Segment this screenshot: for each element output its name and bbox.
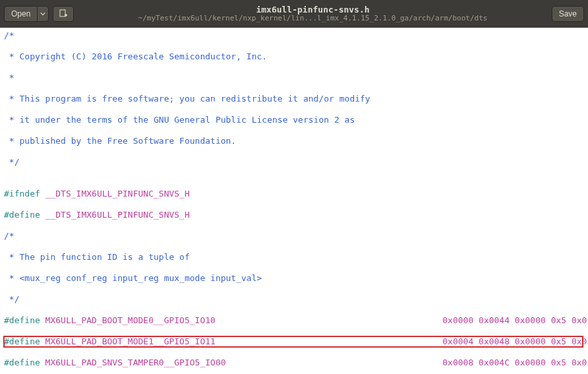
code-line: /* [4, 30, 583, 41]
macro-value: 0x0000 0x0044 0x0000 0x5 0x0 [442, 315, 587, 325]
comment-text: * published by the Free Software Foundat… [4, 136, 236, 146]
chevron-down-icon [40, 11, 45, 16]
code-line: * This program is free software; you can… [4, 94, 583, 104]
comment-close: */ [4, 157, 19, 167]
define-keyword: #define [4, 336, 40, 346]
open-button-group: Open [4, 6, 49, 22]
comment-open: /* [4, 30, 15, 40]
code-line: */ [4, 294, 583, 305]
save-button-label: Save [559, 9, 577, 18]
editor-area[interactable]: /* * Copyright (C) 2016 Freescale Semico… [0, 28, 588, 374]
code-line: * [4, 73, 583, 83]
macro-name: MX6ULL_PAD_BOOT_MODE0__GPIO5_IO10 [40, 315, 442, 325]
comment-close: */ [4, 294, 19, 304]
comment-open: /* [4, 231, 15, 241]
code-line: #define MX6ULL_PAD_BOOT_MODE0__GPIO5_IO1… [4, 315, 583, 326]
open-button[interactable]: Open [4, 6, 37, 22]
code-line: * <mux_reg conf_reg input_reg mux_mode i… [4, 273, 583, 284]
guard-name: __DTS_IMX6ULL_PINFUNC_SNVS_H [40, 210, 190, 220]
code-line: #define __DTS_IMX6ULL_PINFUNC_SNVS_H [4, 210, 583, 220]
header-toolbar: Open imx6ull-pinfunc-snvs.h ~/myTest/imx… [0, 0, 588, 28]
comment-text: * it under the terms of the GNU General … [4, 115, 355, 125]
code-line: * published by the Free Software Foundat… [4, 136, 583, 146]
code-line: #define MX6ULL_PAD_SNVS_TAMPER0__GPIO5_I… [4, 358, 583, 368]
new-tab-button[interactable] [53, 6, 74, 22]
open-button-label: Open [11, 9, 30, 18]
open-menu-button[interactable] [37, 6, 49, 22]
code-line: * Copyright (C) 2016 Freescale Semicondu… [4, 51, 583, 62]
comment-text: * <mux_reg conf_reg input_reg mux_mode i… [4, 273, 262, 283]
macro-value: 0x0004 0x0048 0x0000 0x5 0x0 [442, 336, 587, 346]
code-line: * it under the terms of the GNU General … [4, 115, 583, 125]
title-area: imx6ull-pinfunc-snvs.h ~/myTest/imx6ull/… [74, 5, 551, 22]
macro-name: MX6ULL_PAD_SNVS_TAMPER0__GPIO5_IO00 [40, 358, 442, 367]
save-button[interactable]: Save [552, 6, 584, 22]
define-keyword: #define [4, 210, 40, 220]
comment-text: * [4, 73, 15, 82]
document-path: ~/myTest/imx6ull/kernel/nxp_kernel/lin..… [74, 15, 551, 22]
macro-value: 0x0008 0x004C 0x0000 0x5 0x0 [442, 358, 587, 367]
macro-name: MX6ULL_PAD_BOOT_MODE1__GPIO5_IO11 [40, 336, 442, 346]
comment-text: * This program is free software; you can… [4, 94, 370, 104]
code-line: */ [4, 157, 583, 168]
code-line: * The pin function ID is a tuple of [4, 252, 583, 263]
define-keyword: #define [4, 358, 40, 367]
code-line: #ifndef __DTS_IMX6ULL_PINFUNC_SNVS_H [4, 189, 583, 199]
guard-name: __DTS_IMX6ULL_PINFUNC_SNVS_H [40, 189, 190, 199]
svg-rect-0 [60, 10, 65, 16]
comment-text: * The pin function ID is a tuple of [4, 252, 190, 262]
code-line: #define MX6ULL_PAD_BOOT_MODE1__GPIO5_IO1… [4, 336, 583, 347]
document-title: imx6ull-pinfunc-snvs.h [74, 5, 551, 15]
ifndef-keyword: #ifndef [4, 189, 40, 199]
comment-text: * Copyright (C) 2016 Freescale Semicondu… [4, 51, 267, 61]
code-line: /* [4, 231, 583, 241]
new-document-icon [59, 9, 68, 18]
define-keyword: #define [4, 315, 40, 325]
